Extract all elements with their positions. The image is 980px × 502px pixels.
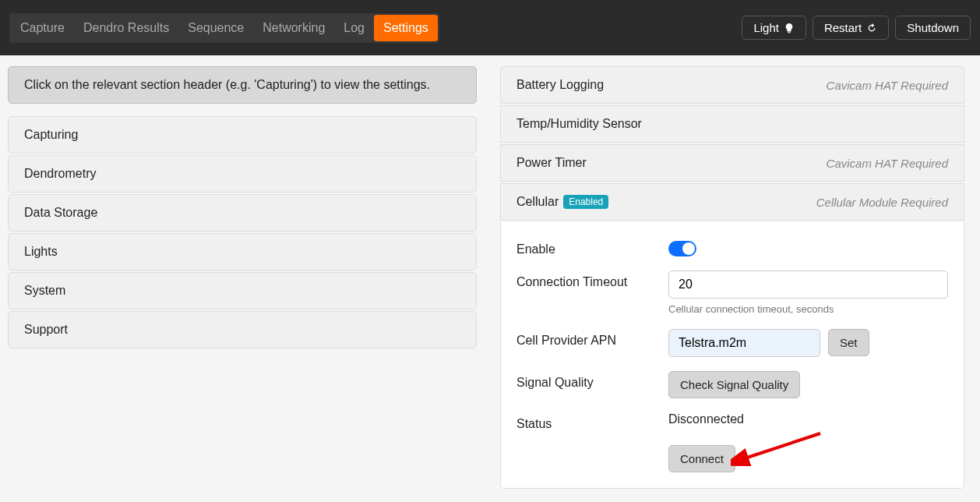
left-column: Click on the relevant section header (e.… — [8, 66, 477, 489]
panel-title-wrap: Cellular Enabled — [516, 195, 608, 209]
tab-networking[interactable]: Networking — [253, 15, 334, 41]
section-support[interactable]: Support — [8, 311, 477, 348]
svg-line-0 — [742, 433, 820, 459]
check-signal-button[interactable]: Check Signal Quality — [668, 371, 800, 398]
panel-cellular[interactable]: Cellular Enabled Cellular Module Require… — [500, 183, 964, 221]
restart-button-label: Restart — [824, 21, 862, 34]
connect-button[interactable]: Connect — [668, 445, 735, 472]
nav-actions: Light Restart Shutdown — [742, 16, 971, 40]
apn-label: Cell Provider APN — [516, 329, 668, 348]
signal-label: Signal Quality — [516, 371, 668, 390]
panel-title: Power Timer — [516, 156, 587, 170]
nav-tabs: Capture Dendro Results Sequence Networki… — [9, 13, 439, 43]
lightbulb-icon — [784, 23, 795, 34]
tab-log[interactable]: Log — [334, 15, 374, 41]
tab-dendro-results[interactable]: Dendro Results — [74, 15, 178, 41]
section-dendrometry[interactable]: Dendrometry — [8, 155, 477, 193]
tab-settings[interactable]: Settings — [374, 15, 438, 41]
main-content: Click on the relevant section header (e.… — [0, 55, 980, 500]
enabled-badge: Enabled — [563, 195, 608, 209]
arrow-annotation-icon — [731, 430, 824, 468]
tab-sequence[interactable]: Sequence — [178, 15, 253, 41]
light-button-label: Light — [753, 21, 779, 34]
section-capturing[interactable]: Capturing — [8, 116, 477, 154]
shutdown-button-label: Shutdown — [907, 21, 959, 34]
restart-button[interactable]: Restart — [813, 16, 889, 40]
panel-power-timer[interactable]: Power Timer Cavicam HAT Required — [500, 144, 964, 182]
section-list: Capturing Dendrometry Data Storage Light… — [8, 116, 477, 348]
panel-title: Temp/Humidity Sensor — [516, 117, 642, 131]
panel-temp-humidity[interactable]: Temp/Humidity Sensor — [500, 105, 964, 143]
section-system[interactable]: System — [8, 272, 477, 309]
panel-note: Cavicam HAT Required — [827, 157, 948, 170]
right-column: Battery Logging Cavicam HAT Required Tem… — [500, 66, 964, 489]
enable-toggle[interactable] — [668, 241, 696, 256]
set-button[interactable]: Set — [828, 329, 869, 356]
panel-list: Battery Logging Cavicam HAT Required Tem… — [500, 66, 964, 489]
light-button[interactable]: Light — [742, 16, 806, 40]
section-data-storage[interactable]: Data Storage — [8, 194, 477, 232]
shutdown-button[interactable]: Shutdown — [895, 16, 971, 40]
restart-icon — [866, 23, 877, 34]
info-message: Click on the relevant section header (e.… — [8, 66, 477, 104]
timeout-label: Connection Timeout — [516, 270, 668, 289]
panel-battery-logging[interactable]: Battery Logging Cavicam HAT Required — [500, 66, 964, 104]
timeout-input[interactable] — [668, 270, 948, 299]
panel-note: Cavicam HAT Required — [827, 79, 948, 92]
enable-label: Enable — [516, 238, 668, 256]
panel-title: Cellular — [516, 195, 559, 209]
navbar: Capture Dendro Results Sequence Networki… — [0, 0, 980, 55]
timeout-help: Cellular connection timeout, seconds — [668, 303, 948, 315]
tab-capture[interactable]: Capture — [11, 15, 74, 41]
apn-input[interactable] — [668, 329, 820, 357]
panel-note: Cellular Module Required — [816, 196, 948, 209]
status-label: Status — [516, 412, 668, 431]
status-value: Disconnected — [668, 412, 744, 426]
panel-title: Battery Logging — [516, 78, 604, 92]
section-lights[interactable]: Lights — [8, 233, 477, 270]
cellular-panel-body: Enable Connection Timeout Cellular conne… — [500, 222, 964, 489]
